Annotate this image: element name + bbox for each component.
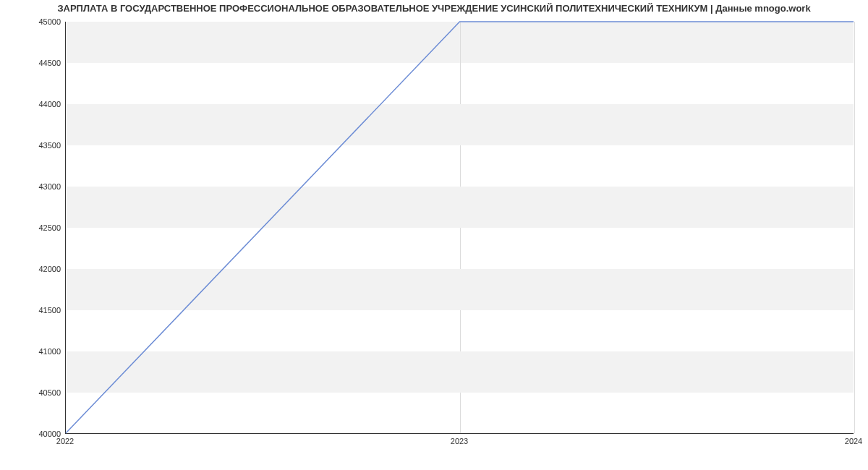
y-tick-label: 41000	[17, 347, 61, 356]
line-series	[66, 22, 854, 433]
salary-line-chart: ЗАРПЛАТА В ГОСУДАРСТВЕННОЕ ПРОФЕССИОНАЛЬ…	[0, 0, 868, 470]
y-tick-label: 44000	[17, 100, 61, 108]
y-tick-label: 40500	[17, 388, 61, 397]
x-tick-label: 2023	[451, 437, 468, 445]
salary-line	[66, 22, 854, 433]
plot-area	[65, 22, 854, 434]
chart-title: ЗАРПЛАТА В ГОСУДАРСТВЕННОЕ ПРОФЕССИОНАЛЬ…	[0, 3, 868, 14]
y-tick-label: 43500	[17, 141, 61, 150]
y-tick-label: 45000	[17, 17, 61, 26]
y-tick-label: 40000	[17, 430, 61, 438]
x-tick-label: 2022	[56, 437, 74, 445]
y-tick-label: 42000	[17, 265, 61, 273]
y-tick-label: 42500	[17, 223, 61, 232]
vertical-gridline	[854, 22, 855, 433]
y-tick-label: 44500	[17, 59, 61, 67]
x-tick-label: 2024	[845, 437, 862, 445]
y-tick-label: 41500	[17, 306, 61, 315]
y-tick-label: 43000	[17, 182, 61, 191]
